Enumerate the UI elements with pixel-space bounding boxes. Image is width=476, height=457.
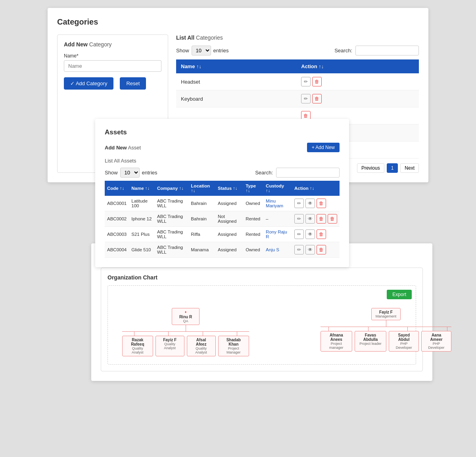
assets-show-label: Show: [105, 170, 118, 176]
org-chart-area: Export ♦ Rinu R QA: [107, 285, 416, 365]
col-type: Type ↑↓: [243, 181, 263, 196]
table-row: ABC0003 S21 Plus ABC Trading WLL Riffa A…: [105, 227, 340, 242]
view-button[interactable]: 👁: [305, 199, 315, 208]
name-label: Name*: [64, 53, 161, 59]
add-asset-label: Add New Asset: [105, 145, 141, 151]
prev-page-button[interactable]: Previous: [357, 163, 384, 173]
categories-title: Categories: [57, 17, 419, 27]
asset-code: ABC0001: [105, 196, 129, 211]
col-company: Company ↑↓: [155, 181, 188, 196]
org-node-razak: Razak Rafeeq Quality Analyst: [122, 336, 153, 356]
asset-location: Riffa: [188, 227, 215, 242]
edit-button[interactable]: ✏: [301, 77, 311, 86]
custody-value: –: [266, 216, 268, 221]
name-input[interactable]: [64, 60, 161, 72]
org-node-shadab: Shadab Khan Project Manager: [218, 336, 250, 356]
table-row: ABC0004 Glide 510 ABC Trading WLL Manama…: [105, 242, 340, 258]
delete-button[interactable]: 🗑: [328, 214, 337, 224]
asset-status: Assigned: [215, 196, 243, 211]
delete-button[interactable]: 🗑: [312, 94, 322, 103]
org-node-aana: Aana Ameer PHP Developer: [421, 331, 451, 352]
asset-name: Iphone 12: [129, 211, 155, 227]
table-row: ABC0002 Iphone 12 ABC Trading WLL Bahrai…: [105, 211, 340, 227]
asset-company: ABC Trading WLL: [155, 242, 188, 258]
reset-button[interactable]: Reset: [120, 77, 146, 90]
asset-custody: Rony Raju R: [263, 227, 292, 242]
asset-code: ABC0004: [105, 242, 129, 258]
asset-location: Bahrain: [188, 211, 215, 227]
edit-button[interactable]: ✏: [301, 94, 311, 103]
custody-link[interactable]: Rony Raju R: [266, 229, 287, 239]
col-custody: Custody ↑↓: [263, 181, 292, 196]
col-location: Location ↑↓: [188, 181, 215, 196]
asset-status: Assigned: [215, 227, 243, 242]
delete-button[interactable]: 🗑: [317, 214, 326, 224]
asset-custody: –: [263, 211, 292, 227]
org-node-afsal: Afsal Afeez Quality Analyst: [187, 336, 216, 356]
edit-button[interactable]: ✏: [294, 245, 304, 254]
entries-label: entries: [213, 48, 229, 54]
add-category-button[interactable]: ✓ Add Category: [64, 77, 113, 90]
asset-company: ABC Trading WLL: [155, 196, 188, 211]
delete-button[interactable]: 🗑: [317, 245, 326, 254]
category-name: Keyboard: [176, 90, 296, 107]
next-page-button[interactable]: Next: [400, 163, 419, 173]
page-1-button[interactable]: 1: [387, 163, 398, 173]
org-node-sayed: Sayed Abdul PHP Developer: [389, 331, 419, 352]
edit-button[interactable]: ✏: [294, 199, 304, 208]
assets-entries-label: entries: [142, 170, 157, 176]
assets-table: Code ↑↓ Name ↑↓ Company ↑↓ Location ↑↓ S…: [105, 181, 340, 258]
assets-search-label: Search:: [255, 170, 273, 176]
edit-button[interactable]: ✏: [294, 214, 304, 224]
assets-card: Assets Add New Asset + Add New List All …: [95, 119, 349, 267]
delete-button[interactable]: 🗑: [312, 77, 322, 86]
org-node-favas: Favas Abdulla Project leader: [355, 331, 387, 352]
asset-location: Bahrain: [188, 196, 215, 211]
custody-link[interactable]: Minu Mariyam: [266, 199, 283, 208]
asset-custody: Anju S: [263, 242, 292, 258]
search-label: Search:: [334, 48, 352, 54]
view-button[interactable]: 👁: [305, 214, 315, 224]
org-node-rinu: ♦ Rinu R QA: [172, 308, 200, 325]
view-button[interactable]: 👁: [305, 229, 315, 239]
org-node-afnana: Afnana Anees Project manager: [321, 331, 352, 352]
asset-location: Manama: [188, 242, 215, 258]
org-inner-panel: Organization Chart Export ♦ Rinu R QA: [101, 268, 423, 371]
add-category-panel-title: Add New Category: [64, 41, 161, 48]
col-action: Action ↑↓: [296, 59, 419, 73]
table-row: Keyboard ✏ 🗑: [176, 90, 419, 107]
asset-name: Glide 510: [129, 242, 155, 258]
col-action: Action ↑↓: [292, 181, 340, 196]
export-button[interactable]: Export: [387, 290, 412, 299]
table-row: Headset ✏ 🗑: [176, 73, 419, 90]
org-inner-title: Organization Chart: [107, 274, 416, 281]
assets-search-input[interactable]: [276, 168, 340, 178]
asset-company: ABC Trading WLL: [155, 211, 188, 227]
entries-select[interactable]: 10 25 50: [192, 46, 211, 55]
org-node-fayiz2: Fayiz F Quality Analyst: [155, 336, 184, 356]
asset-code: ABC0002: [105, 211, 129, 227]
asset-type: Rented: [243, 227, 263, 242]
table-row: ABC0001 Latitude 100 ABC Trading WLL Bah…: [105, 196, 340, 211]
edit-button[interactable]: ✏: [294, 229, 304, 239]
col-status: Status ↑↓: [215, 181, 243, 196]
asset-custody: Minu Mariyam: [263, 196, 292, 211]
col-code: Code ↑↓: [105, 181, 129, 196]
col-name: Name ↑↓: [176, 59, 296, 73]
show-label: Show: [176, 48, 189, 54]
add-new-asset-button[interactable]: + Add New: [307, 143, 340, 152]
assets-entries-select[interactable]: 10 25: [120, 168, 140, 178]
custody-link[interactable]: Anju S: [266, 247, 279, 252]
col-name: Name ↑↓: [129, 181, 155, 196]
delete-button[interactable]: 🗑: [317, 199, 326, 208]
search-input[interactable]: [355, 46, 419, 55]
asset-type: Rented: [243, 211, 263, 227]
list-categories-title: List All Categories: [176, 34, 419, 41]
asset-type: Owned: [243, 242, 263, 258]
asset-name: S21 Plus: [129, 227, 155, 242]
org-node-fayiz-mgmt: Fayiz F Management: [371, 308, 401, 320]
view-button[interactable]: 👁: [305, 245, 315, 254]
assets-title: Assets: [105, 128, 340, 136]
delete-button[interactable]: 🗑: [317, 229, 326, 239]
asset-code: ABC0003: [105, 227, 129, 242]
